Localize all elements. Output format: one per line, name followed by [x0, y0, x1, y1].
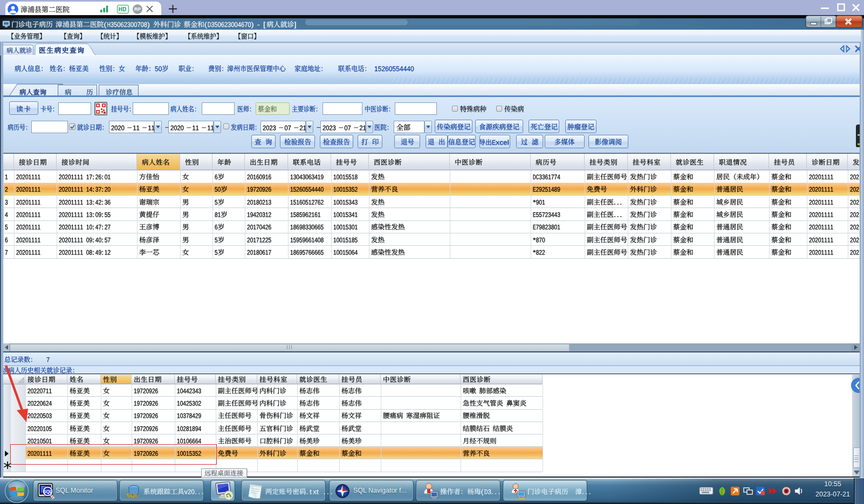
svg-text:RP: RP: [134, 6, 141, 12]
svg-text:SQL: SQL: [126, 492, 139, 499]
svg-text:SQL: SQL: [43, 489, 52, 494]
